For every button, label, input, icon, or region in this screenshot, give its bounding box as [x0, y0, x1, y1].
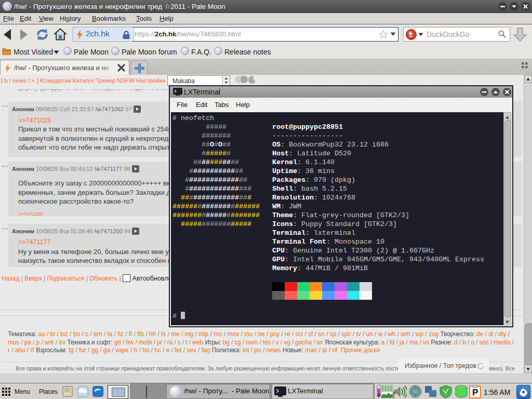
svg-text:P: P [472, 388, 478, 397]
